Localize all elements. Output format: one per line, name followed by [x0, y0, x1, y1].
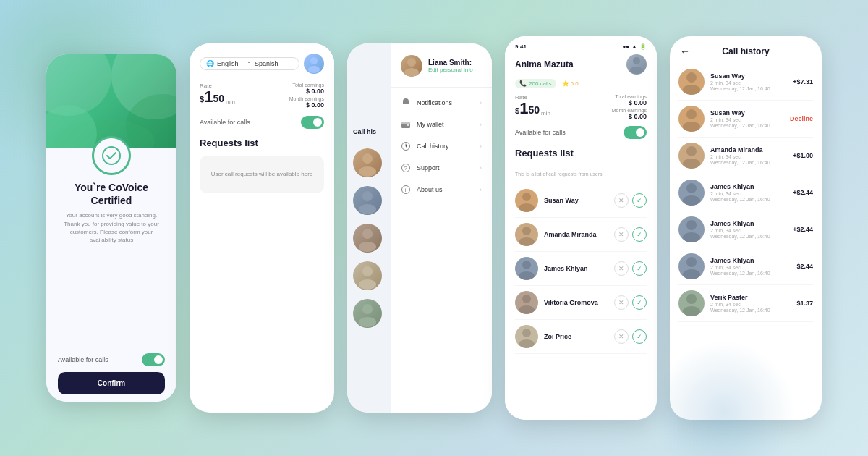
req-name: Susan Way: [544, 197, 608, 204]
req-actions: ✕ ✓: [614, 261, 647, 276]
phone1-body: You`re CoVoice Certified Your account is…: [46, 148, 176, 402]
accept-button[interactable]: ✓: [632, 227, 647, 242]
svg-point-33: [522, 295, 531, 303]
call-amount: +$1.00: [793, 152, 813, 159]
phone4-rate-block: Rate $ 1 50 min: [515, 94, 550, 117]
call-item: Susan Way 2 min, 34 sec Wednesday, 12 Ja…: [678, 64, 813, 101]
decline-button[interactable]: ✕: [614, 329, 629, 344]
status-icons: ●● ▲ 🔋: [622, 43, 647, 50]
svg-point-14: [362, 304, 373, 314]
call-list: Susan Way 2 min, 34 sec Wednesday, 12 Ja…: [670, 64, 822, 420]
req-avatar: [515, 291, 538, 314]
decline-button[interactable]: ✕: [614, 261, 629, 276]
bg-avatar-5: [353, 299, 382, 328]
req-name: James Khlyan: [544, 265, 608, 272]
back-button[interactable]: ←: [680, 46, 690, 57]
call-avatar: [678, 106, 705, 132]
req-actions: ✕ ✓: [614, 295, 647, 310]
accept-button[interactable]: ✓: [632, 295, 647, 310]
menu-user-section: Liana Smith: Edit personal info: [391, 55, 492, 88]
language-selector[interactable]: 🌐 English · 🏳 Spanish: [200, 57, 299, 70]
call-meta: 2 min, 34 sec: [710, 154, 787, 159]
call-item: Verik Paster 2 min, 34 sec Wednesday, 12…: [678, 285, 813, 322]
menu-item-call-history[interactable]: Call history ›: [391, 135, 492, 157]
svg-point-30: [519, 237, 535, 246]
req-avatar: [515, 189, 538, 212]
menu-item-notifications[interactable]: Notifications ›: [391, 92, 492, 114]
call-info: James Khlyan 2 min, 34 sec Wednesday, 12…: [710, 220, 787, 239]
month-earnings: Month earnings $ 0.00: [289, 96, 324, 109]
svg-point-26: [630, 67, 643, 74]
svg-point-34: [519, 305, 535, 314]
decline-button[interactable]: ✕: [614, 193, 629, 208]
svg-point-46: [683, 232, 700, 242]
svg-point-42: [683, 159, 700, 169]
decline-button[interactable]: ✕: [614, 295, 629, 310]
call-date: Wednesday, 12 Jan, 16:40: [710, 234, 787, 239]
phone4-toggle[interactable]: [624, 126, 647, 139]
svg-point-47: [686, 257, 697, 267]
phone-requests: 9:41 ●● ▲ 🔋 Anima Mazuta 📞 200 calls ⭐ 5…: [505, 36, 657, 420]
req-avatar: [515, 257, 538, 280]
menu-item-about[interactable]: i About us ›: [391, 179, 492, 200]
phone-menu: Call his Liana: [347, 43, 492, 413]
call-date: Wednesday, 12 Jan, 16:40: [710, 308, 791, 313]
svg-point-43: [686, 183, 697, 193]
call-item: Amanda Miranda 2 min, 34 sec Wednesday, …: [678, 138, 813, 174]
svg-point-0: [46, 54, 111, 116]
svg-point-38: [683, 85, 700, 95]
svg-point-3: [103, 147, 120, 164]
svg-point-50: [683, 306, 700, 316]
menu-user-name: Liana Smith:: [428, 59, 473, 67]
call-item: James Khlyan 2 min, 34 sec Wednesday, 12…: [678, 248, 813, 285]
rate-value: $ 1 50 min: [200, 89, 235, 105]
certified-icon: [92, 136, 131, 175]
request-item: James Khlyan ✕ ✓: [515, 252, 647, 286]
call-info: Amanda Miranda 2 min, 34 sec Wednesday, …: [710, 146, 787, 165]
request-item: Amanda Miranda ✕ ✓: [515, 218, 647, 252]
requests-list: Susan Way ✕ ✓ Amanda Miranda ✕ ✓ James K…: [515, 184, 647, 354]
menu-overlay: Liana Smith: Edit personal info Notifica…: [391, 43, 492, 413]
svg-point-17: [404, 68, 419, 77]
req-actions: ✕ ✓: [614, 227, 647, 242]
decline-button[interactable]: ✕: [614, 227, 629, 242]
phone1-header: [46, 54, 176, 148]
call-item: Susan Way 2 min, 34 sec Wednesday, 12 Ja…: [678, 101, 813, 138]
req-name: Amanda Miranda: [544, 231, 608, 238]
menu-item-wallet[interactable]: My wallet ›: [391, 114, 492, 135]
call-amount: +$2.44: [793, 189, 813, 196]
menu-item-support[interactable]: ? Support ›: [391, 157, 492, 179]
svg-point-5: [308, 66, 320, 73]
phone4-avail-row: Available for calls: [515, 126, 647, 139]
menu-user-avatar: [401, 55, 422, 77]
bg-avatars: Call his: [353, 43, 391, 413]
available-row: Available for calls: [58, 353, 165, 366]
request-item: Zoi Price ✕ ✓: [515, 320, 647, 354]
phone4-top: 9:41 ●● ▲ 🔋 Anima Mazuta 📞 200 calls ⭐ 5…: [505, 36, 657, 172]
call-meta: 2 min, 34 sec: [710, 265, 791, 270]
req-name: Zoi Price: [544, 333, 608, 340]
calls-badge: 📞 200 calls: [515, 79, 556, 88]
call-history-header: ← Call history: [670, 36, 822, 64]
available-toggle[interactable]: [142, 353, 165, 366]
req-avatar: [515, 325, 538, 348]
requests-scroll: This is a list of call requests from use…: [505, 172, 657, 420]
request-item: Susan Way ✕ ✓: [515, 184, 647, 218]
confirm-button[interactable]: Confirm: [58, 372, 165, 394]
accept-button[interactable]: ✓: [632, 261, 647, 276]
call-items-container: Susan Way 2 min, 34 sec Wednesday, 12 Ja…: [678, 64, 813, 322]
svg-point-39: [686, 109, 697, 119]
certified-desc: Your account is very good standing. Than…: [58, 211, 165, 244]
rating-badge: ⭐ 5.0: [562, 80, 579, 87]
svg-point-25: [633, 57, 640, 64]
call-date: Wednesday, 12 Jan, 16:40: [710, 86, 787, 91]
accept-button[interactable]: ✓: [632, 329, 647, 344]
call-date: Wednesday, 12 Jan, 16:40: [710, 271, 791, 276]
accept-button[interactable]: ✓: [632, 193, 647, 208]
svg-point-9: [359, 204, 376, 214]
call-amount: Decline: [790, 115, 813, 122]
call-avatar: [678, 143, 705, 169]
lang2-label: Spanish: [255, 60, 278, 67]
call-date: Wednesday, 12 Jan, 16:40: [710, 197, 787, 202]
available-toggle-2[interactable]: [301, 116, 324, 129]
